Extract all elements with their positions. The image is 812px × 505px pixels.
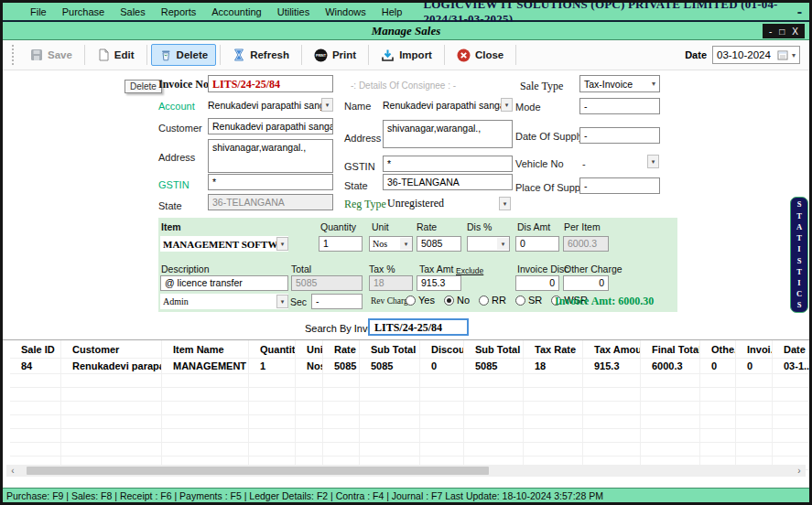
gstin-field[interactable]: * [208, 174, 333, 190]
menu-item-help[interactable]: Help [382, 6, 403, 17]
save-button[interactable]: Save [22, 44, 81, 66]
invoice-disc-field[interactable]: 0 [515, 275, 559, 291]
table-cell[interactable]: 0 [736, 359, 773, 374]
consignee-name-combo[interactable]: Renukadevi parapathi sangam ▾ [383, 97, 513, 113]
minimize-icon[interactable]: - [769, 27, 772, 37]
close-button[interactable]: Close [449, 44, 512, 67]
table-cell[interactable]: Renukadevi parapathi... [61, 359, 162, 374]
rev-charge-radio-sr[interactable]: SR [515, 295, 542, 306]
scrollbar-thumb[interactable] [27, 467, 489, 475]
column-header[interactable]: Final Total [641, 340, 700, 359]
item-combo[interactable]: MANAGEMENT SOFTWAR ▾ [160, 236, 288, 252]
column-header[interactable]: Sub Total [360, 340, 420, 359]
column-header[interactable]: Item Name [162, 340, 249, 359]
item-dropdown-icon[interactable]: ▾ [276, 237, 288, 251]
vehicle-no-value[interactable]: - [582, 158, 586, 169]
unit-combo[interactable]: Nos ▾ [369, 236, 413, 252]
edit-button[interactable]: Edit [89, 44, 143, 66]
menu-item-reports[interactable]: Reports [161, 6, 197, 17]
table-cell[interactable]: 0 [420, 359, 464, 374]
column-header[interactable]: Unit [296, 340, 323, 359]
consignee-gstin-field[interactable]: * [383, 156, 513, 172]
horizontal-scrollbar[interactable]: ‹ › [6, 465, 806, 477]
dis-pct-combo[interactable]: ▾ [467, 236, 510, 252]
dis-pct-dropdown-icon[interactable]: ▾ [497, 238, 509, 250]
menu-item-file[interactable]: File [30, 6, 47, 17]
app-minimize-button[interactable]: - [797, 4, 802, 20]
rev-charge-radio-yes[interactable]: Yes [406, 295, 435, 306]
table-cell[interactable]: MANAGEMENT SO... [162, 359, 249, 374]
customer-field[interactable]: Renukadevi parapathi sangam [208, 118, 333, 134]
exclude-label[interactable]: Exclude [456, 266, 483, 275]
menu-item-sales[interactable]: Sales [120, 6, 146, 17]
radio-icon[interactable] [515, 295, 525, 306]
column-header[interactable]: Rate [323, 340, 360, 359]
close-icon[interactable]: X [792, 27, 798, 37]
menu-item-windows[interactable]: Windows [325, 6, 366, 17]
column-header[interactable]: Sub Total [464, 340, 524, 359]
column-header[interactable]: Discount [420, 340, 464, 359]
menu-item-purchase[interactable]: Purchase [62, 6, 104, 17]
date-of-supply-field[interactable]: - [579, 127, 660, 144]
statistics-tab[interactable]: STATISTICS [790, 197, 808, 313]
radio-icon[interactable] [444, 295, 454, 306]
sec-field[interactable]: - [311, 294, 363, 309]
rev-charge-radio-rr[interactable]: RR [479, 295, 506, 306]
consignee-name-dropdown-icon[interactable]: ▾ [501, 98, 513, 112]
radio-icon[interactable] [406, 295, 416, 306]
invoice-no-field[interactable]: LITS/24-25/84 [208, 75, 333, 92]
reg-type-combo[interactable]: Unregistered ▾ [387, 196, 511, 211]
quantity-field[interactable]: 1 [319, 236, 363, 252]
menu-item-accounting[interactable]: Accounting [211, 6, 261, 17]
column-header[interactable]: Tax Amount [583, 340, 641, 359]
table-cell[interactable]: 915.3 [583, 359, 641, 374]
sale-type-select[interactable]: Tax-Invoice ▾ [579, 75, 660, 92]
reg-type-dropdown-icon[interactable]: ▾ [499, 197, 511, 210]
table-cell[interactable]: 1 [249, 359, 296, 374]
radio-icon[interactable] [479, 295, 489, 306]
refresh-button[interactable]: Refresh [224, 44, 298, 66]
scroll-right-icon[interactable]: › [793, 466, 806, 476]
column-header[interactable]: Sale ID [10, 340, 61, 359]
consignee-state-field[interactable]: 36-TELANGANA [383, 174, 513, 190]
account-dropdown-icon[interactable]: ▾ [321, 98, 333, 112]
table-row[interactable]: 84Renukadevi parapathi...MANAGEMENT SO..… [10, 359, 809, 374]
column-header[interactable]: Othe... [700, 340, 736, 359]
column-header[interactable]: Quantity [249, 340, 296, 359]
table-cell[interactable]: 5085 [360, 359, 420, 374]
unit-dropdown-icon[interactable]: ▾ [400, 238, 412, 250]
date-value[interactable]: 03-10-2024 [717, 49, 774, 60]
rate-field[interactable]: 5085 [417, 236, 461, 252]
account-combo[interactable]: Renukadevi parapathi sangam ▾ [208, 97, 333, 113]
column-header[interactable]: Tax Rate [524, 340, 583, 359]
description-field[interactable]: @ licence transfer [160, 275, 288, 291]
rev-charge-radio-no[interactable]: No [444, 295, 470, 306]
admin-dropdown-icon[interactable]: ▾ [276, 295, 288, 308]
date-picker[interactable]: 03-10-2024 ▾ [712, 46, 800, 64]
table-cell[interactable]: Nos [296, 359, 323, 374]
table-cell[interactable]: 5085 [323, 359, 360, 374]
column-header[interactable]: Date [773, 340, 809, 359]
table-cell[interactable]: 6000.3 [641, 359, 700, 374]
table-cell[interactable]: 5085 [464, 359, 524, 374]
address-field[interactable]: shivanagar,warangal., [208, 139, 333, 173]
column-header[interactable]: Customer [61, 340, 162, 359]
place-of-supply-field[interactable]: - [579, 177, 660, 194]
table-cell[interactable]: 03-1... [773, 359, 809, 374]
maximize-icon[interactable]: □ [779, 27, 785, 37]
dis-amt-field[interactable]: 0 [515, 236, 559, 252]
scroll-left-icon[interactable]: ‹ [6, 466, 19, 476]
date-dropdown-icon[interactable]: ▾ [792, 51, 796, 59]
other-charge-field[interactable]: 0 [563, 275, 609, 291]
search-by-invoice-input[interactable]: LITS/24-25/84 [368, 318, 469, 336]
table-cell[interactable]: 0 [700, 359, 736, 374]
print-button[interactable]: PRINTPrint [306, 44, 364, 67]
column-header[interactable]: Invoi... [736, 340, 773, 359]
consignee-address-field[interactable]: shivanagar,warangal., [383, 120, 513, 148]
table-cell[interactable]: 84 [10, 359, 61, 374]
tax-amt-field[interactable]: 915.3 [417, 275, 461, 291]
admin-combo[interactable]: Admin ▾ [160, 294, 288, 309]
table-cell[interactable]: 18 [524, 359, 583, 374]
menu-item-utilities[interactable]: Utilities [277, 6, 309, 17]
import-button[interactable]: Import [373, 44, 440, 67]
